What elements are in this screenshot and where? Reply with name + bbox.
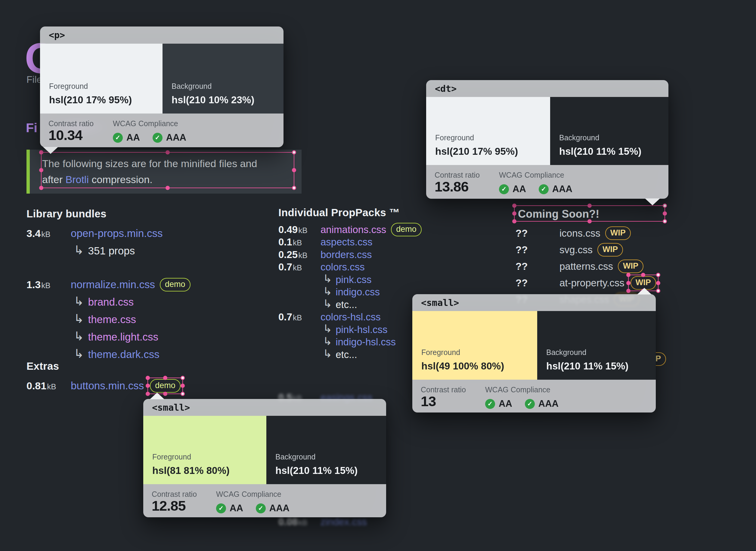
file-size-unit: kB	[293, 313, 302, 323]
file-size: 0.7	[278, 261, 292, 273]
list-item: ↳pink.css	[278, 273, 422, 286]
selection-handle[interactable]	[181, 392, 185, 396]
list-item: ↳theme.light.css	[26, 328, 191, 346]
list-item: ↳indigo.css	[278, 286, 422, 299]
file-link[interactable]: theme.dark.css	[88, 348, 160, 361]
file-link[interactable]: animations.css	[321, 224, 386, 235]
selection-handle[interactable]	[146, 384, 150, 388]
file-label: icons.css	[559, 227, 600, 239]
selection-handle[interactable]	[39, 168, 43, 172]
list-item: ↳pink-hsl.css	[278, 324, 422, 336]
list-item: 0.81kBbuttons.min.cssdemo	[26, 377, 183, 395]
selection-handle[interactable]	[181, 376, 185, 380]
check-icon: ✓	[113, 133, 123, 143]
file-link[interactable]: normalize.min.css	[71, 279, 155, 291]
selection-handle[interactable]	[512, 203, 516, 208]
file-link[interactable]: colors.css	[321, 261, 365, 273]
selection-handle[interactable]	[166, 186, 170, 190]
selection-handle[interactable]	[663, 211, 667, 215]
tooltip-footer: Contrast ratio 13.86 WCAG Compliance ✓AA…	[426, 165, 668, 199]
list-item: 0.7kBcolors-hsl.css	[278, 311, 422, 324]
file-link[interactable]: open-props.min.css	[71, 227, 163, 239]
selection-handle[interactable]	[163, 376, 167, 380]
selection-handle[interactable]	[181, 384, 185, 388]
file-link[interactable]: pink.css	[336, 274, 371, 286]
file-label: svg.css	[559, 244, 593, 255]
selection-handle[interactable]	[587, 203, 592, 208]
tooltip-arrow	[645, 198, 660, 205]
contrast-tooltip-small-green: <small> Foreground hsl(81 81% 80%) Backg…	[143, 399, 386, 517]
file-size: 3.4	[26, 227, 41, 239]
unknown-size: ??	[516, 227, 528, 239]
tooltip-tag-label: <dt>	[426, 80, 668, 97]
list-item: ↳theme.css	[26, 311, 191, 328]
contrast-ratio-value: 13	[421, 393, 436, 410]
file-link[interactable]: aspects.css	[321, 236, 372, 248]
background-swatch: Background hsl(210 10% 23%)	[163, 44, 283, 113]
list-item: 3.4kBopen-props.min.css	[26, 224, 191, 242]
sub-arrow-icon: ↳	[323, 336, 332, 347]
selection-handle[interactable]	[166, 150, 170, 154]
list-item: ↳etc...	[278, 348, 422, 361]
file-link[interactable]: pink-hsl.css	[336, 324, 387, 336]
file-size: 0.49	[278, 224, 298, 235]
selection-handle[interactable]	[292, 186, 296, 190]
tooltip-footer: Contrast ratio 12.85 WCAG Compliance ✓AA…	[143, 484, 386, 517]
file-size: 0.7	[278, 311, 292, 323]
selection-handle[interactable]	[656, 289, 660, 293]
file-link[interactable]: theme.light.css	[88, 331, 158, 343]
contrast-ratio-value: 10.34	[48, 127, 82, 143]
check-icon: ✓	[256, 503, 266, 513]
file-link[interactable]: buttons.min.css	[71, 380, 144, 392]
selection-handle[interactable]	[512, 211, 516, 215]
file-link[interactable]: brand.css	[88, 296, 134, 308]
file-label: at-property.css	[559, 277, 624, 289]
sub-arrow-icon: ↳	[74, 330, 84, 342]
file-link[interactable]: colors-hsl.css	[321, 311, 381, 323]
sub-arrow-icon: ↳	[74, 295, 84, 307]
check-icon: ✓	[153, 133, 163, 143]
selection-handle[interactable]	[656, 281, 660, 285]
file-link[interactable]: indigo-hsl.css	[336, 336, 396, 348]
selection-box-coming-soon[interactable]	[514, 205, 665, 221]
extras-section: Extras 0.81kBbuttons.min.cssdemo	[26, 360, 183, 395]
selection-handle[interactable]	[39, 150, 43, 154]
list-item: ↳351 props	[26, 242, 191, 259]
file-size: 1.3	[26, 279, 41, 291]
sub-arrow-icon: ↳	[74, 244, 84, 256]
file-link[interactable]: theme.css	[88, 314, 136, 326]
selection-box-quote[interactable]	[41, 152, 294, 188]
sub-arrow-icon: ↳	[323, 286, 332, 297]
file-size: 0.1	[278, 236, 292, 248]
selection-handle[interactable]	[663, 219, 667, 223]
selection-handle[interactable]	[663, 203, 667, 208]
file-size-unit: kB	[298, 518, 307, 527]
section-heading-fragment: Fi	[26, 120, 37, 135]
selection-handle[interactable]	[626, 281, 631, 285]
file-size: 0.08	[278, 516, 298, 528]
selection-handle[interactable]	[626, 289, 631, 293]
sub-arrow-icon: ↳	[323, 299, 332, 309]
selection-handle[interactable]	[39, 186, 43, 190]
list-item: 1.3kBnormalize.min.cssdemo	[26, 276, 191, 293]
file-label: zindex.css	[321, 516, 367, 528]
selection-handle[interactable]	[626, 273, 631, 277]
selection-handle[interactable]	[292, 168, 296, 172]
list-item: 0.49kBanimations.cssdemo	[278, 223, 422, 236]
selection-handle[interactable]	[146, 376, 150, 380]
selection-handle[interactable]	[292, 150, 296, 154]
contrast-tooltip-p: <p> Foreground hsl(210 17% 95%) Backgrou…	[40, 26, 283, 147]
list-item: 0.7kBcolors.css	[278, 261, 422, 274]
selection-handle[interactable]	[146, 392, 150, 396]
file-link[interactable]: borders.css	[321, 249, 372, 260]
wip-badge: WIP	[605, 226, 631, 240]
selection-handle[interactable]	[512, 219, 516, 223]
selection-handle[interactable]	[656, 273, 660, 277]
file-link[interactable]: indigo.css	[336, 286, 380, 298]
tooltip-arrow	[637, 288, 652, 295]
check-icon: ✓	[525, 399, 535, 409]
check-icon: ✓	[485, 399, 495, 409]
selection-handle[interactable]	[587, 219, 592, 223]
selection-box-badge[interactable]: demo	[147, 378, 183, 394]
file-label: etc...	[336, 349, 357, 361]
